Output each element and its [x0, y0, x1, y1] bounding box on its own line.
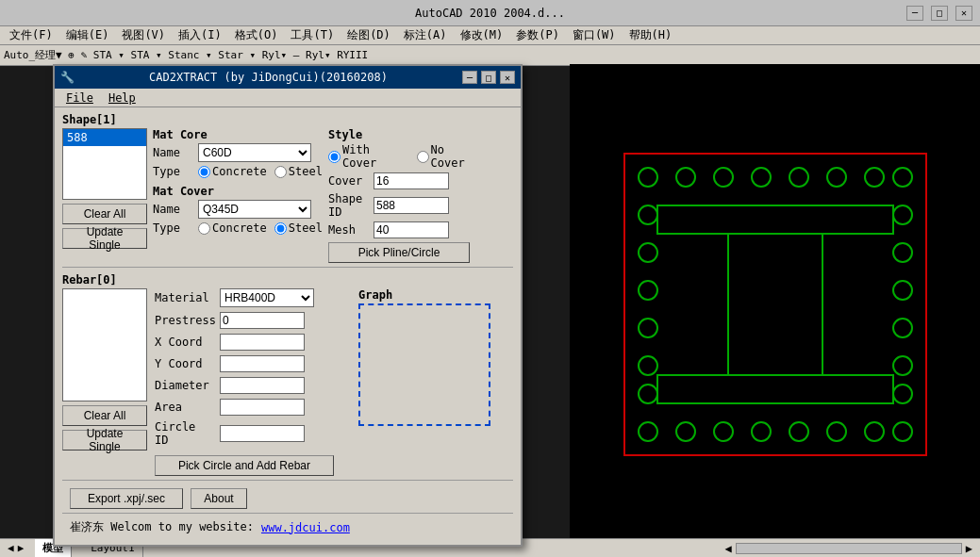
svg-point-21 [639, 243, 657, 262]
svg-rect-1 [657, 205, 893, 234]
menu-annotate[interactable]: 标注(A) [398, 26, 453, 44]
svg-point-29 [893, 319, 912, 337]
rebar-section-label: Rebar[0] [62, 271, 513, 288]
menu-view[interactable]: 视图(V) [116, 26, 171, 44]
mat-core-steel-label: Steel [289, 165, 323, 178]
mat-cover-name-label: Name [153, 203, 194, 216]
shape-list[interactable]: 588 [62, 128, 147, 200]
prestress-input[interactable] [220, 312, 305, 329]
menu-params[interactable]: 参数(P) [510, 26, 565, 44]
dialog-menu-file[interactable]: File [58, 91, 101, 105]
mat-cover-name-row: Name Q345D [153, 200, 323, 219]
graph-panel: Graph [358, 288, 513, 476]
menu-edit[interactable]: 编辑(E) [60, 26, 115, 44]
horizontal-scrollbar[interactable] [736, 543, 962, 554]
menu-help[interactable]: 帮助(H) [623, 26, 678, 44]
area-input[interactable] [220, 399, 305, 416]
mat-cover-label: Mat Cover [153, 185, 323, 198]
shape-section-label: Shape[1] [62, 111, 513, 128]
mat-cover-type-label: Type [153, 221, 194, 235]
mat-core-steel-radio[interactable]: Steel [274, 165, 323, 178]
footer-link[interactable]: www.jdcui.com [261, 521, 350, 534]
dialog-menu-help[interactable]: Help [101, 91, 143, 105]
mat-panels: Mat Core Name C60D Type Concrete [153, 128, 323, 263]
nav-arrows: ◀ ▶ [8, 542, 24, 554]
clear-all-button-2[interactable]: Clear All [62, 405, 147, 426]
material-select[interactable]: HRB400D [220, 288, 314, 307]
y-coord-input[interactable] [220, 355, 305, 372]
divider-2 [62, 480, 513, 481]
rebar-buttons: Clear All Update Single [62, 405, 147, 451]
update-single-button-2[interactable]: Update Single [62, 430, 147, 451]
mat-core-panel: Mat Core Name C60D Type Concrete [153, 128, 323, 181]
scroll-right-icon[interactable]: ▶ [966, 542, 972, 555]
svg-point-30 [893, 356, 912, 375]
rebar-section: Rebar[0] Clear All Update Single Materia… [62, 271, 513, 476]
menu-window[interactable]: 窗口(W) [567, 26, 622, 44]
about-button[interactable]: About [191, 488, 247, 509]
mat-cover-steel-radio[interactable]: Steel [274, 221, 323, 235]
cover-input[interactable] [374, 172, 449, 189]
prestress-label: Prestress [155, 314, 216, 327]
nav-left[interactable]: ◀ [8, 542, 14, 554]
mat-core-name-row: Name C60D [153, 143, 323, 162]
mat-core-name-select[interactable]: C60D [198, 143, 311, 162]
area-row: Area [155, 399, 343, 416]
svg-point-12 [639, 422, 657, 441]
shape-id-row: Shape ID [328, 192, 484, 219]
style-label: Style [328, 128, 484, 141]
pick-circle-button[interactable]: Pick Circle and Add Rebar [155, 455, 334, 476]
shape-id-input[interactable] [374, 197, 449, 214]
menu-insert[interactable]: 插入(I) [173, 26, 227, 44]
x-coord-input[interactable] [220, 334, 305, 351]
circle-id-row: Circle ID [155, 420, 343, 447]
material-label: Material [155, 291, 216, 304]
menu-modify[interactable]: 修改(M) [455, 26, 509, 44]
scroll-bar-area: ◀ ▶ [725, 542, 972, 555]
update-single-button-1[interactable]: Update Single [62, 228, 147, 249]
pick-pline-circle-button[interactable]: Pick Pline/Circle [328, 242, 470, 263]
no-cover-radio[interactable]: No Cover [417, 143, 484, 170]
mesh-input[interactable] [374, 221, 449, 238]
svg-point-4 [639, 168, 657, 187]
dialog-maximize-button[interactable]: □ [481, 71, 496, 84]
menu-format[interactable]: 格式(O) [229, 26, 284, 44]
rebar-list[interactable] [62, 288, 147, 401]
clear-all-button-1[interactable]: Clear All [62, 204, 147, 224]
nav-right[interactable]: ▶ [18, 542, 25, 554]
circle-id-input[interactable] [220, 425, 305, 442]
menu-tools[interactable]: 工具(T) [285, 26, 340, 44]
maximize-button[interactable]: □ [931, 6, 948, 21]
svg-rect-0 [624, 154, 926, 455]
mat-cover-type-radios: Concrete Steel [198, 221, 323, 235]
close-button[interactable]: ✕ [955, 6, 972, 21]
window-title: AutoCAD 2010 2004.d... [415, 7, 565, 20]
svg-point-22 [639, 281, 657, 300]
mat-cover-concrete-radio[interactable]: Concrete [198, 221, 267, 235]
x-coord-row: X Coord [155, 334, 343, 351]
scroll-left-icon[interactable]: ◀ [725, 542, 732, 555]
menu-draw[interactable]: 绘图(D) [341, 26, 396, 44]
svg-point-5 [676, 168, 695, 187]
shape-list-item[interactable]: 588 [63, 129, 146, 146]
svg-point-17 [827, 422, 846, 441]
mat-cover-name-select[interactable]: Q345D [198, 200, 311, 219]
dialog-close-button[interactable]: ✕ [500, 71, 515, 84]
mat-core-type-radios: Concrete Steel [198, 165, 323, 178]
mat-core-name-label: Name [153, 146, 194, 159]
cad-drawing [620, 149, 931, 460]
mat-core-concrete-radio[interactable]: Concrete [198, 165, 267, 178]
cover-row: Cover [328, 172, 484, 189]
export-button[interactable]: Export .xpj/.sec [70, 488, 183, 509]
with-cover-radio[interactable]: With Cover [328, 143, 409, 170]
menu-file[interactable]: 文件(F) [4, 26, 58, 44]
dialog-title-icon: 🔧 [60, 71, 75, 84]
rebar-body: Clear All Update Single Material HRB400D… [62, 288, 513, 476]
minimize-button[interactable]: ─ [906, 6, 923, 21]
diameter-input[interactable] [220, 377, 305, 394]
svg-point-28 [893, 281, 912, 300]
svg-point-7 [752, 168, 771, 187]
dialog-minimize-button[interactable]: ─ [462, 71, 477, 84]
window-controls: ─ □ ✕ [906, 6, 972, 21]
dialog-cad2xtract: 🔧 CAD2XTRACT (by JiDongCui)(20160208) ─ … [53, 64, 523, 547]
